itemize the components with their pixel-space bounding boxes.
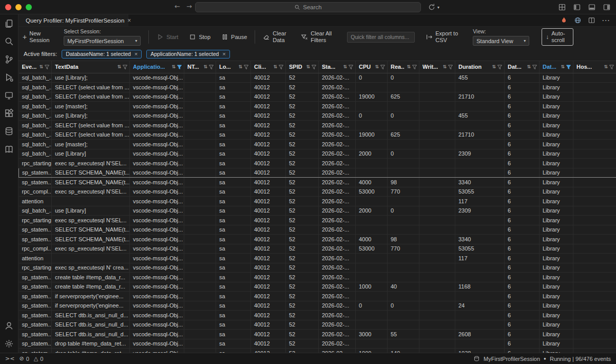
table-row[interactable]: sql_batch_...use [Library]vscode-mssql-O… xyxy=(19,149,616,159)
table-row[interactable]: rpc_compl...exec sp_executesql N'SEL...v… xyxy=(19,244,616,254)
column-header-6[interactable]: SPID⇅ xyxy=(286,61,319,73)
table-row[interactable]: sp_statem...SELECT SCHEMA_NAME(t...vscod… xyxy=(19,168,616,178)
filter-icon[interactable] xyxy=(312,65,316,69)
table-row[interactable]: rpc_startingexec sp_executesql N'SEL...v… xyxy=(19,159,616,168)
column-header-0[interactable]: Eve...⇅ xyxy=(19,61,52,73)
back-icon[interactable]: ← xyxy=(175,3,180,10)
filter-icon[interactable] xyxy=(123,65,127,69)
profiler-status[interactable]: MyFirstProfilerSession ● Running | 96/47… xyxy=(473,355,611,362)
table-row[interactable]: sql_batch_...use [Library]vscode-mssql-O… xyxy=(19,206,616,216)
table-row[interactable]: sql_batch_...use [Library];vscode-mssql-… xyxy=(19,73,616,83)
sort-icon[interactable]: ⇅ xyxy=(527,64,531,69)
remove-filter-icon[interactable]: × xyxy=(134,51,138,57)
sort-icon[interactable]: ⇅ xyxy=(604,64,608,69)
table-row[interactable]: rpc_startingexec sp_executesql N'SEL...v… xyxy=(19,216,616,225)
export-csv-button[interactable]: Export to CSV xyxy=(426,30,462,44)
zoom-window-button[interactable] xyxy=(26,4,32,10)
filter-icon[interactable] xyxy=(412,65,417,69)
table-row[interactable]: sql_batch_...SELECT (select value from .… xyxy=(19,130,616,140)
toggle-secondary-sidebar-icon[interactable] xyxy=(603,3,611,11)
sort-icon[interactable]: ⇅ xyxy=(375,64,379,69)
table-row[interactable]: sp_statem...SELECT dtb.is_ansi_null_d...… xyxy=(19,330,616,339)
filter-icon[interactable] xyxy=(177,65,182,69)
pause-button[interactable]: Pause xyxy=(221,33,247,41)
filter-chip-applicationname[interactable]: ApplicationName: 1 selected × xyxy=(146,50,230,59)
column-header-3[interactable]: NT...⇅ xyxy=(184,61,216,73)
stop-button[interactable]: Stop xyxy=(189,33,210,41)
filter-icon[interactable] xyxy=(244,65,248,69)
sort-icon[interactable]: ⇅ xyxy=(238,64,242,69)
new-session-button[interactable]: + New Session xyxy=(23,30,53,44)
filter-chip-databasename[interactable]: DatabaseName: 1 selected × xyxy=(62,50,142,59)
filter-icon[interactable] xyxy=(209,65,214,69)
sidebar-item-explorer[interactable] xyxy=(0,14,18,32)
table-row[interactable]: attentionvscode-mssql-Obj...sa4001252202… xyxy=(19,197,616,206)
problems-warnings[interactable]: △ 0 xyxy=(34,355,44,362)
table-row[interactable]: sp_statem...create table #temp_data_r...… xyxy=(19,282,616,292)
clear-all-filters-button[interactable]: Clear All Filters xyxy=(301,30,336,44)
flame-icon[interactable] xyxy=(560,16,568,24)
sort-icon[interactable]: ⇅ xyxy=(407,64,411,69)
problems-errors[interactable]: ⊘ 0 xyxy=(19,355,29,362)
sort-icon[interactable]: ⇅ xyxy=(343,64,347,69)
filter-icon[interactable] xyxy=(497,65,502,69)
sort-icon[interactable]: ⇅ xyxy=(171,64,176,69)
table-row[interactable]: sp_statem...SELECT SCHEMA_NAME(t...vscod… xyxy=(19,225,616,235)
more-actions-icon[interactable]: ⋯ xyxy=(602,15,610,25)
sort-icon[interactable]: ⇅ xyxy=(442,64,447,69)
column-header-4[interactable]: Lo...⇅ xyxy=(216,61,251,73)
column-header-1[interactable]: TextData⇅ xyxy=(52,61,130,73)
sidebar-item-extensions[interactable] xyxy=(0,104,18,122)
column-header-12[interactable]: Dat...⇅ xyxy=(505,61,540,73)
filter-icon[interactable] xyxy=(609,65,614,69)
column-header-5[interactable]: Cli...⇅ xyxy=(251,61,286,73)
filter-icon[interactable] xyxy=(532,65,537,69)
sidebar-item-settings[interactable] xyxy=(0,335,18,353)
remote-indicator-icon[interactable]: >< xyxy=(5,355,14,362)
table-row[interactable]: sp_statem...if serverproperty('enginee..… xyxy=(19,301,616,311)
sort-icon[interactable]: ⇅ xyxy=(273,64,277,69)
filter-icon[interactable] xyxy=(45,65,49,69)
table-row[interactable]: sql_batch_...SELECT (select value from .… xyxy=(19,92,616,102)
session-select[interactable]: MyFirstProfilerSession ▾ xyxy=(64,36,141,46)
table-row[interactable]: sql_batch_...SELECT (select value from .… xyxy=(19,83,616,92)
close-window-button[interactable] xyxy=(5,4,11,10)
sort-icon[interactable]: ⇅ xyxy=(492,64,496,69)
filter-icon[interactable] xyxy=(380,65,385,69)
close-tab-icon[interactable]: × xyxy=(127,17,131,24)
sort-icon[interactable]: ⇅ xyxy=(203,64,207,69)
minimize-window-button[interactable] xyxy=(15,4,22,10)
sidebar-item-remote-explorer[interactable] xyxy=(0,86,18,104)
column-header-9[interactable]: Rea...⇅ xyxy=(388,61,419,73)
filter-icon[interactable] xyxy=(279,65,283,69)
table-row[interactable]: rpc_startingexec sp_executesql N' crea..… xyxy=(19,263,616,273)
table-row[interactable]: sp_statem...SELECT SCHEMA_NAME(t...vscod… xyxy=(19,235,616,244)
table-row[interactable]: sp_statem...drop table #temp_data_ret...… xyxy=(19,339,616,349)
titlebar-sync-control[interactable]: ▾ xyxy=(428,3,439,11)
filter-icon[interactable] xyxy=(448,65,453,69)
table-row[interactable]: sp_statem...if serverproperty('enginee..… xyxy=(19,292,616,301)
sidebar-item-sql-server[interactable] xyxy=(0,122,18,140)
view-select[interactable]: Standard View ▾ xyxy=(473,36,529,46)
table-row[interactable]: rpc_compl...exec sp_executesql N'SEL...v… xyxy=(19,187,616,197)
sort-icon[interactable]: ⇅ xyxy=(561,64,565,69)
split-editor-icon[interactable] xyxy=(588,16,595,24)
auto-scroll-button[interactable]: ↓ Auto-scroll xyxy=(542,28,573,46)
start-button[interactable]: Start xyxy=(157,33,178,41)
clear-data-button[interactable]: Clear Data xyxy=(263,30,290,44)
column-header-7[interactable]: Sta...⇅ xyxy=(319,61,356,73)
toggle-panel-icon[interactable] xyxy=(588,3,596,11)
table-row[interactable]: sql_batch_...use [master];vscode-mssql-O… xyxy=(19,102,616,111)
command-center-search[interactable]: Search xyxy=(195,2,421,12)
column-header-8[interactable]: CPU⇅ xyxy=(356,61,388,73)
column-header-10[interactable]: Writ...⇅ xyxy=(419,61,455,73)
table-row[interactable]: sp_statem...SELECT dtb.is_ansi_null_d...… xyxy=(19,320,616,330)
table-row[interactable]: attentionvscode-mssql-Obj...sa4001252202… xyxy=(19,254,616,263)
tab-query-profiler[interactable]: Query Profiler: MyFirstProfilerSession × xyxy=(18,14,128,26)
sort-icon[interactable]: ⇅ xyxy=(117,64,121,69)
globe-icon[interactable] xyxy=(574,16,582,24)
filter-icon[interactable] xyxy=(349,65,353,69)
sidebar-item-library[interactable] xyxy=(0,140,18,158)
sort-icon[interactable]: ⇅ xyxy=(39,64,43,69)
table-row[interactable]: sp_statem...SELECT dtb.is_ansi_null_d...… xyxy=(19,311,616,320)
